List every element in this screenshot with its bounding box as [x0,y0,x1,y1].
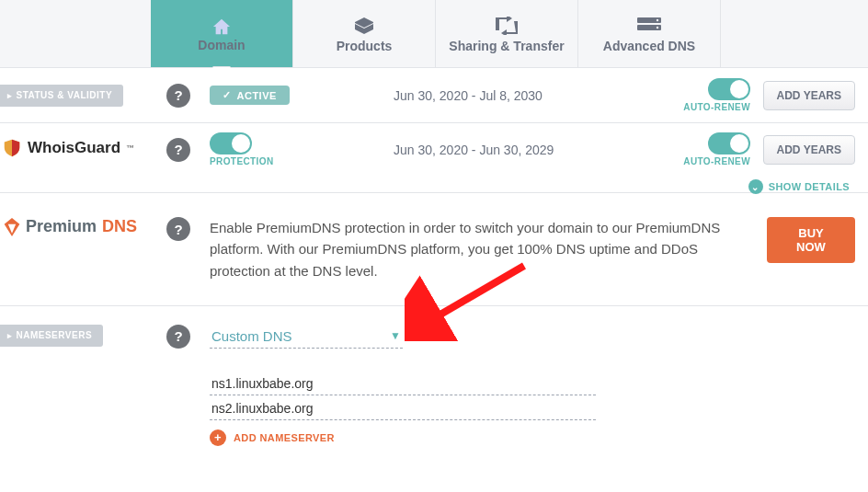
tab-advanced-dns[interactable]: Advanced DNS [578,0,721,67]
help-icon[interactable]: ? [166,138,190,162]
nameserver-list [210,372,868,420]
shield-icon [2,138,22,158]
help-icon[interactable]: ? [166,325,190,349]
autorenew-label: AUTO-RENEW [683,102,750,112]
box-icon [353,15,375,37]
help-icon[interactable]: ? [166,217,190,241]
caret-down-icon: ▼ [390,329,401,342]
show-details-link[interactable]: ⌄ SHOW DETAILS [748,179,850,194]
share-icon [495,15,519,37]
main-tabs: Domain Products Sharing & Transfer Advan… [0,0,868,68]
svg-point-3 [657,26,658,28]
add-years-button[interactable]: ADD YEARS [763,81,855,110]
section-whoisguard: WhoisGuard™ ? PROTECTION Jun 30, 2020 - … [0,123,868,193]
section-status-validity: STATUS & VALIDITY ? ACTIVE Jun 30, 2020 … [0,68,868,123]
premiumdns-logo: PremiumDNS [4,217,137,236]
svg-point-2 [657,18,658,20]
tab-domain[interactable]: Domain [151,0,293,67]
add-nameserver-link[interactable]: + ADD NAMESERVER [210,429,335,446]
nameserver-type-select[interactable]: Custom DNS ▼ [210,325,403,349]
diamond-icon [4,218,20,236]
tab-products[interactable]: Products [293,0,436,67]
chevron-down-icon: ⌄ [748,179,763,194]
whoisguard-logo: WhoisGuard™ [2,138,134,158]
premiumdns-description: Enable PremiumDNS protection in order to… [210,217,767,281]
status-dates: Jun 30, 2020 - Jul 8, 2030 [394,88,657,103]
nameserver-input-2[interactable] [210,397,596,420]
section-nameservers: NAMESERVERS ? Custom DNS ▼ + ADD NAMESER… [0,306,868,455]
add-years-button[interactable]: ADD YEARS [763,135,855,165]
protection-toggle[interactable] [210,132,252,154]
section-premiumdns: PremiumDNS ? Enable PremiumDNS protectio… [0,193,868,306]
autorenew-toggle[interactable] [708,78,750,100]
help-icon[interactable]: ? [166,84,190,108]
tab-label: Domain [198,38,245,52]
tab-sharing[interactable]: Sharing & Transfer [436,0,578,67]
server-icon [636,15,662,37]
autorenew-label: AUTO-RENEW [683,156,750,166]
autorenew-toggle[interactable] [708,132,750,154]
protection-label: PROTECTION [210,156,274,166]
tab-label: Products [337,39,393,53]
whoisguard-dates: Jun 30, 2020 - Jun 30, 2029 [394,143,657,157]
plus-icon: + [210,429,226,446]
tab-label: Sharing & Transfer [449,39,564,53]
tab-label: Advanced DNS [603,39,695,53]
section-label: STATUS & VALIDITY [0,85,123,107]
buy-now-button[interactable]: BUY NOW [767,217,855,263]
active-pill: ACTIVE [210,86,290,105]
house-icon [198,16,245,38]
nameserver-input-1[interactable] [210,372,596,395]
section-label: NAMESERVERS [0,325,103,347]
